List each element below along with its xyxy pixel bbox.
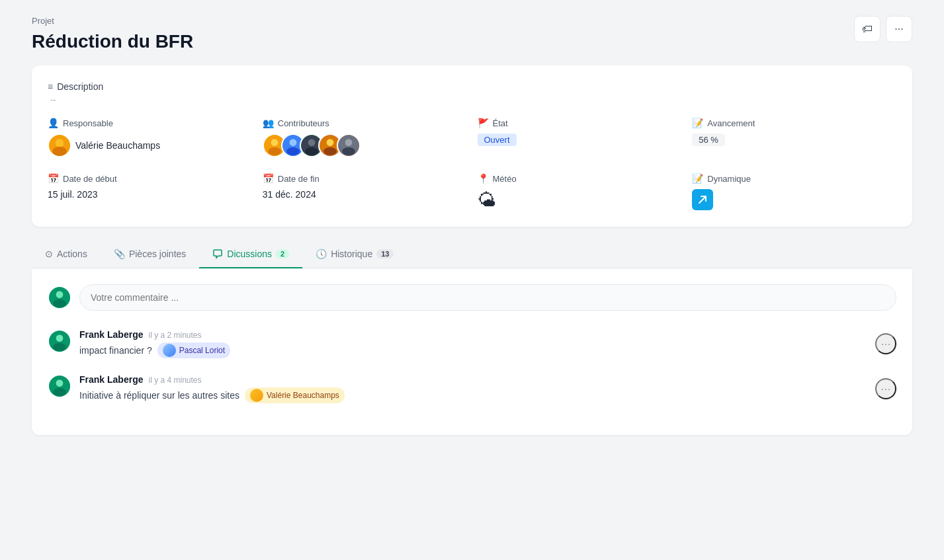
meta-etat: 🚩 État Ouvert bbox=[478, 118, 682, 157]
tab-actions-icon: ⊙ bbox=[45, 249, 53, 259]
info-card: ≡ Description -- 👤 Responsable bbox=[32, 65, 912, 227]
tab-discussions[interactable]: Dicussions 2 bbox=[199, 240, 302, 268]
date-debut-icon: 📅 bbox=[48, 173, 59, 184]
meta-meteo: 📍 Météo 🌤 bbox=[478, 173, 682, 211]
page-title: Réduction du BFR bbox=[32, 31, 912, 52]
comment-2-author: Frank Laberge bbox=[79, 374, 143, 385]
comment-1-time: il y a 2 minutes bbox=[148, 331, 201, 340]
meta-avancement: 📝 Avancement 56 % bbox=[692, 118, 896, 157]
comment-2-text: Initiative à répliquer sur les autres si… bbox=[79, 387, 867, 403]
svg-point-16 bbox=[345, 139, 352, 146]
comment-entry: Frank Laberge il y a 4 minutes Initiativ… bbox=[48, 374, 896, 403]
current-user-avatar bbox=[48, 286, 71, 309]
comment-input[interactable] bbox=[79, 284, 896, 311]
svg-point-8 bbox=[286, 147, 300, 155]
contributeurs-label: Contributeurs bbox=[278, 118, 329, 128]
tag-icon: 🏷 bbox=[862, 23, 873, 35]
avancement-value: 56 % bbox=[692, 134, 725, 146]
avancement-icon: 📝 bbox=[692, 118, 703, 128]
discussion-panel: Frank Laberge il y a 2 minutes impact fi… bbox=[32, 268, 912, 435]
meta-date-debut: 📅 Date de début 15 juil. 2023 bbox=[48, 173, 252, 211]
svg-point-4 bbox=[271, 139, 278, 146]
tab-discussions-badge: 2 bbox=[276, 249, 289, 259]
mention-valerie: Valérie Beauchamps bbox=[245, 387, 345, 403]
description-icon: ≡ bbox=[48, 81, 53, 92]
comment-1-more-button[interactable]: ··· bbox=[875, 333, 896, 354]
svg-point-22 bbox=[56, 335, 64, 342]
tabs-container: ⊙ Actions 📎 Pièces jointes Dicussions 2 … bbox=[32, 240, 912, 268]
date-fin-value: 31 déc. 2024 bbox=[263, 189, 316, 200]
meta-responsable: 👤 Responsable Valérie Beauchamps bbox=[48, 118, 252, 157]
tab-discussions-label: Dicussions bbox=[227, 249, 272, 259]
more-icon: ··· bbox=[894, 23, 903, 35]
comment-1-text: impact financier ? Pascal Loriot bbox=[79, 342, 867, 358]
tab-pieces-jointes[interactable]: 📎 Pièces jointes bbox=[101, 240, 199, 268]
comment-2-avatar bbox=[48, 374, 71, 398]
svg-point-19 bbox=[56, 292, 64, 299]
comment-1-body: Frank Laberge il y a 2 minutes impact fi… bbox=[79, 329, 867, 358]
comment-input-row bbox=[48, 284, 896, 311]
tab-actions-label: Actions bbox=[57, 249, 87, 259]
mention-pascal: Pascal Loriot bbox=[157, 342, 230, 358]
tab-historique-icon: 🕔 bbox=[316, 249, 327, 259]
etat-label: État bbox=[493, 118, 508, 128]
tab-historique-badge: 13 bbox=[376, 249, 394, 259]
dynamique-icon: 📝 bbox=[692, 173, 703, 184]
date-fin-icon: 📅 bbox=[263, 173, 274, 184]
breadcrumb: Projet bbox=[32, 16, 912, 26]
comment-2-more-button[interactable]: ··· bbox=[875, 378, 896, 399]
tab-discussions-icon bbox=[212, 248, 223, 259]
contributor-avatar-5 bbox=[337, 134, 361, 157]
meteo-icon: 📍 bbox=[478, 173, 489, 184]
description-text: -- bbox=[48, 95, 896, 104]
dynamique-label: Dynamique bbox=[707, 174, 751, 184]
svg-point-5 bbox=[268, 147, 281, 155]
meta-date-fin: 📅 Date de fin 31 déc. 2024 bbox=[263, 173, 467, 211]
svg-point-25 bbox=[56, 380, 64, 387]
tab-historique-label: Historique bbox=[331, 249, 372, 259]
contributeurs-icon: 👥 bbox=[263, 118, 274, 128]
svg-point-17 bbox=[342, 147, 355, 155]
etat-icon: 🚩 bbox=[478, 118, 489, 128]
comment-1-avatar bbox=[48, 329, 71, 353]
comment-2-time: il y a 4 minutes bbox=[148, 376, 201, 385]
svg-point-7 bbox=[289, 139, 296, 146]
svg-point-20 bbox=[53, 300, 66, 307]
meta-contributeurs: 👥 Contributeurs bbox=[263, 118, 467, 157]
tab-historique[interactable]: 🕔 Historique 13 bbox=[302, 240, 407, 268]
responsable-icon: 👤 bbox=[48, 118, 59, 128]
meta-dynamique: 📝 Dynamique bbox=[692, 173, 896, 211]
svg-point-26 bbox=[53, 388, 66, 396]
responsable-label: Responsable bbox=[63, 118, 113, 128]
description-label: ≡ Description bbox=[48, 81, 896, 92]
date-debut-value: 15 juil. 2023 bbox=[48, 189, 98, 200]
svg-point-10 bbox=[308, 139, 315, 146]
svg-point-14 bbox=[323, 147, 337, 155]
contributors-avatars bbox=[263, 134, 361, 157]
svg-point-23 bbox=[53, 343, 66, 351]
comment-1-author: Frank Laberge bbox=[79, 329, 143, 340]
tab-actions[interactable]: ⊙ Actions bbox=[32, 240, 101, 268]
svg-point-1 bbox=[56, 139, 64, 147]
avatar-valerie bbox=[48, 134, 71, 157]
svg-point-13 bbox=[326, 139, 333, 146]
responsable-name: Valérie Beauchamps bbox=[75, 140, 160, 151]
tab-pieces-jointes-icon: 📎 bbox=[114, 249, 125, 259]
svg-point-2 bbox=[52, 147, 66, 156]
avancement-label: Avancement bbox=[707, 118, 755, 128]
tag-button[interactable]: 🏷 bbox=[854, 16, 880, 42]
svg-point-11 bbox=[305, 147, 318, 155]
comment-entry: Frank Laberge il y a 2 minutes impact fi… bbox=[48, 329, 896, 358]
meteo-value: 🌤 bbox=[478, 189, 496, 211]
more-button[interactable]: ··· bbox=[886, 16, 912, 42]
dynamique-value bbox=[692, 189, 713, 210]
tab-pieces-jointes-label: Pièces jointes bbox=[129, 249, 186, 259]
date-debut-label: Date de début bbox=[63, 174, 117, 184]
comment-2-body: Frank Laberge il y a 4 minutes Initiativ… bbox=[79, 374, 867, 403]
date-fin-label: Date de fin bbox=[278, 174, 320, 184]
etat-value: Ouvert bbox=[478, 134, 517, 146]
meteo-label: Météo bbox=[493, 174, 517, 184]
